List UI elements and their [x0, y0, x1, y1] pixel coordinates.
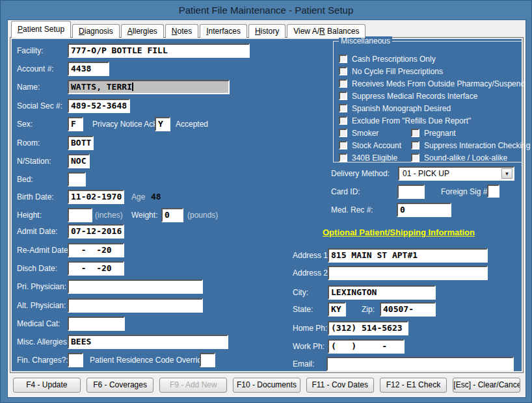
weight-input[interactable]: 0	[161, 208, 183, 222]
address2-input[interactable]	[328, 266, 488, 280]
medical-cat-input[interactable]	[68, 317, 125, 331]
checkbox-row: Smoker	[339, 127, 379, 138]
height-label: Height:	[17, 208, 42, 222]
address1-label: Address 1	[293, 248, 328, 263]
exclude-refills-due-checkbox[interactable]	[339, 116, 347, 125]
bed-input[interactable]	[68, 172, 86, 187]
tab-history[interactable]: History	[248, 24, 286, 38]
tab-diagnosis[interactable]: Diagnosis	[72, 24, 120, 38]
miscellaneous-group: Miscellaneous Cash Prescriptions Only No…	[333, 41, 523, 162]
tab-strip: Patient Setup Diagnosis Allergies Notes …	[8, 20, 525, 38]
pregnant-checkbox[interactable]	[411, 129, 419, 137]
home-phone-label: Home Ph:	[293, 321, 327, 335]
card-id-label: Card ID:	[331, 185, 360, 199]
delivery-method-label: Delivery Method:	[331, 166, 390, 181]
tab-allergies[interactable]: Allergies	[121, 24, 164, 38]
stock-account-checkbox[interactable]	[339, 141, 347, 150]
account-label: Account #:	[17, 62, 54, 76]
readmit-date-input[interactable]: - -20	[68, 243, 124, 257]
esc-clear-cancel-button[interactable]: [Esc] - Clear/Cancel	[453, 378, 520, 393]
height-input[interactable]	[68, 208, 92, 222]
address1-input[interactable]: 815 MAIN ST APT#1	[328, 248, 488, 263]
disch-date-label: Disch Date:	[17, 261, 57, 276]
account-input[interactable]: 4438	[68, 62, 109, 76]
medical-cat-label: Medical Cat:	[17, 317, 60, 331]
admit-date-label: Admit Date:	[17, 224, 58, 239]
residence-override-input[interactable]	[200, 353, 215, 367]
suppress-interaction-checkbox[interactable]	[411, 141, 419, 150]
email-input[interactable]	[326, 357, 514, 371]
bed-label: Bed:	[17, 172, 33, 187]
weight-unit: (pounds)	[187, 208, 218, 222]
function-button-bar: F4 - Update F6 - Coverages F9 - Add New …	[8, 374, 525, 397]
residence-override-label: Patient Residence Code Override:	[90, 353, 208, 367]
disch-date-input[interactable]: - -20	[68, 261, 124, 276]
f4-update-button[interactable]: F4 - Update	[13, 378, 81, 393]
zip-input[interactable]: 40507-	[380, 302, 436, 317]
chevron-down-icon[interactable]: ▼	[501, 168, 512, 179]
340b-eligible-checkbox[interactable]	[339, 153, 347, 162]
receives-meds-outside-checkbox[interactable]	[339, 79, 347, 88]
height-unit: (inches)	[95, 208, 123, 222]
alt-physician-input[interactable]	[68, 298, 203, 313]
weight-label: Weight:	[131, 208, 157, 222]
checkbox-row: Stock Account	[339, 140, 401, 151]
spanish-monograph-checkbox[interactable]	[339, 104, 347, 112]
room-label: Room:	[17, 136, 40, 150]
zip-label: Zip:	[362, 302, 375, 317]
f12-e1-check-button[interactable]: F12 - E1 Check	[380, 378, 447, 393]
med-rec-input[interactable]: 0	[397, 203, 451, 217]
delivery-method-select[interactable]: 01 - PICK UP▼	[398, 166, 514, 181]
card-id-input[interactable]	[397, 185, 425, 199]
birth-date-label: Birth Date:	[17, 190, 54, 204]
pri-physician-input[interactable]	[68, 280, 203, 294]
sex-input[interactable]: F	[68, 117, 83, 131]
f6-coverages-button[interactable]: F6 - Coverages	[86, 378, 154, 393]
sex-label: Sex:	[17, 117, 33, 131]
smoker-checkbox[interactable]	[339, 129, 347, 137]
no-cycle-fill-checkbox[interactable]	[339, 67, 347, 75]
admit-date-input[interactable]: 07-12-2016	[68, 224, 124, 239]
misc-allergies-label: Misc. Allergies:	[17, 335, 69, 349]
text-cursor	[132, 83, 133, 91]
checkbox-row: Spanish Monograph Desired	[339, 103, 451, 114]
fin-charges-label: Fin. Charges?:	[17, 353, 68, 367]
birth-date-input[interactable]: 11-02-1970	[68, 190, 124, 204]
ssn-input[interactable]: 489-52-3648	[68, 99, 130, 113]
foreign-sig-input[interactable]	[487, 185, 499, 198]
tab-interfaces[interactable]: Interfaces	[200, 24, 247, 38]
foreign-sig-label: Foreign Sig #:	[441, 185, 490, 199]
tab-view-ar-balances[interactable]: View A/R Balances	[287, 24, 366, 38]
suppress-medical-records-checkbox[interactable]	[339, 92, 347, 100]
state-input[interactable]: KY	[328, 302, 346, 317]
fin-charges-input[interactable]	[68, 353, 83, 367]
age-label: Age	[131, 190, 145, 204]
city-input[interactable]: LEXINGTON	[328, 285, 436, 300]
work-phone-label: Work Ph:	[293, 339, 325, 354]
readmit-date-label: Re-Admit Date:	[17, 243, 70, 257]
facility-label: Facility:	[17, 44, 44, 58]
f9-add-new-button: F9 - Add New	[159, 378, 227, 393]
f11-cov-dates-button[interactable]: F11 - Cov Dates	[306, 378, 374, 393]
privacy-ack-status: Accepted	[176, 117, 208, 131]
nstation-input[interactable]: NOC	[68, 154, 90, 168]
tab-notes[interactable]: Notes	[165, 24, 198, 38]
tab-patient-setup[interactable]: Patient Setup	[11, 21, 71, 38]
cash-prescriptions-only-checkbox[interactable]	[339, 55, 347, 63]
checkbox-row: 340B Eligible	[339, 152, 397, 163]
nstation-label: N/Station:	[17, 154, 51, 168]
checkbox-row: No Cycle Fill Prescriptions	[339, 66, 443, 77]
sound-alike-checkbox[interactable]	[411, 153, 419, 162]
name-input[interactable]: WATTS, TERRI	[68, 80, 230, 94]
misc-allergies-input[interactable]: BEES	[68, 335, 228, 349]
f10-documents-button[interactable]: F10 - Documents	[233, 378, 300, 393]
privacy-ack-label: Privacy Notice Ack:	[92, 117, 159, 131]
work-phone-input[interactable]: ( ) -	[328, 339, 405, 354]
checkbox-row: Cash Prescriptions Only	[339, 53, 436, 64]
facility-input[interactable]: 777-O/P BOTTLE FILL	[68, 44, 250, 58]
home-phone-input[interactable]: (312) 514-5623	[328, 321, 408, 335]
room-input[interactable]: BOTT	[68, 136, 94, 150]
patient-setup-form: Facility: 777-O/P BOTTLE FILL Account #:…	[10, 38, 523, 372]
name-label: Name:	[17, 80, 40, 94]
privacy-ack-input[interactable]: Y	[155, 117, 170, 131]
